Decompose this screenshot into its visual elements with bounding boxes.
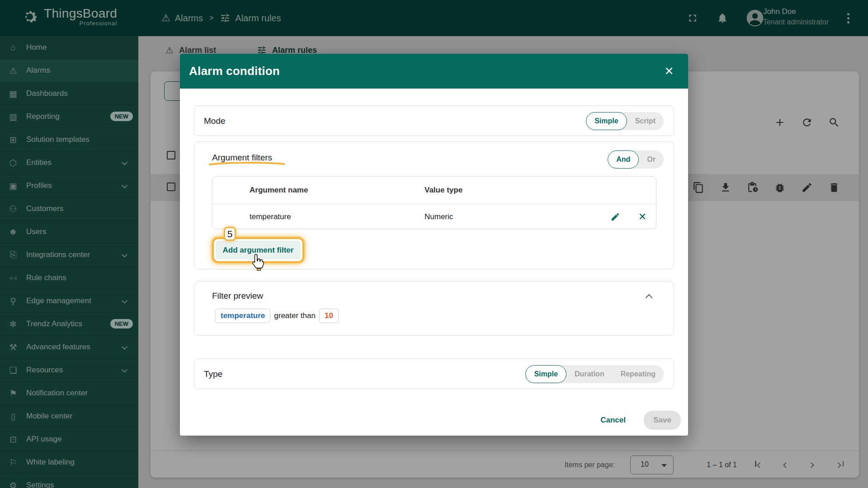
filter-preview-title: Filter preview (212, 291, 263, 301)
type-option-simple[interactable]: Simple (525, 365, 566, 383)
operator-option-or[interactable]: Or (639, 150, 664, 169)
type-option-duration[interactable]: Duration (566, 365, 613, 383)
mode-toggle: Simple Script (586, 112, 664, 130)
column-header-argument-name: Argument name (250, 177, 308, 204)
mode-option-simple[interactable]: Simple (586, 112, 627, 130)
cell-argument-name: temperature (250, 204, 291, 229)
save-button[interactable]: Save (644, 411, 681, 430)
argument-filters-title: Argument filters (212, 153, 272, 163)
mode-label: Mode (204, 116, 226, 126)
column-header-value-type: Value type (425, 177, 462, 204)
hand-cursor-icon (250, 254, 265, 271)
value-chip: 10 (319, 309, 339, 323)
filter-preview-expression: temperature greater than 10 (215, 309, 339, 323)
edit-argument-button[interactable] (608, 204, 623, 229)
thingsboard-app: ThingsBoard Professional ⚠ Alarms > Alar… (0, 0, 868, 488)
operator-option-and[interactable]: And (608, 150, 639, 169)
alarm-condition-dialog: Alarm condition ✕ Mode Simple Script Arg… (180, 54, 688, 436)
x-icon: ✕ (638, 211, 646, 223)
type-option-repeating[interactable]: Repeating (613, 365, 664, 383)
remove-argument-button[interactable]: ✕ (635, 204, 650, 229)
argument-filters-section: Argument filters And Or Argument name Va… (194, 141, 674, 269)
mode-option-script[interactable]: Script (627, 112, 664, 130)
close-button[interactable]: ✕ (661, 63, 677, 79)
operator-toggle: And Or (608, 150, 664, 169)
tutorial-step-badge: 5 (224, 227, 236, 241)
dialog-title: Alarm condition (189, 64, 280, 78)
dialog-header: Alarm condition ✕ (180, 54, 688, 89)
close-icon: ✕ (665, 65, 674, 78)
argument-filters-table: Argument name Value type temperature Num… (212, 176, 656, 229)
type-label: Type (204, 369, 222, 379)
mode-section: Mode Simple Script (194, 105, 674, 136)
pencil-icon (610, 212, 620, 222)
operator-text: greater than (274, 311, 316, 320)
cell-value-type: Numeric (425, 204, 453, 229)
type-toggle: Simple Duration Repeating (525, 365, 664, 383)
collapse-chevron-icon[interactable] (646, 294, 653, 301)
filter-preview-section: Filter preview temperature greater than … (194, 281, 674, 336)
tutorial-underline-annotation (208, 162, 285, 166)
cancel-button[interactable]: Cancel (594, 411, 632, 429)
argument-chip: temperature (215, 309, 270, 323)
dialog-footer: Cancel Save (594, 411, 681, 430)
type-section: Type Simple Duration Repeating (194, 358, 674, 389)
